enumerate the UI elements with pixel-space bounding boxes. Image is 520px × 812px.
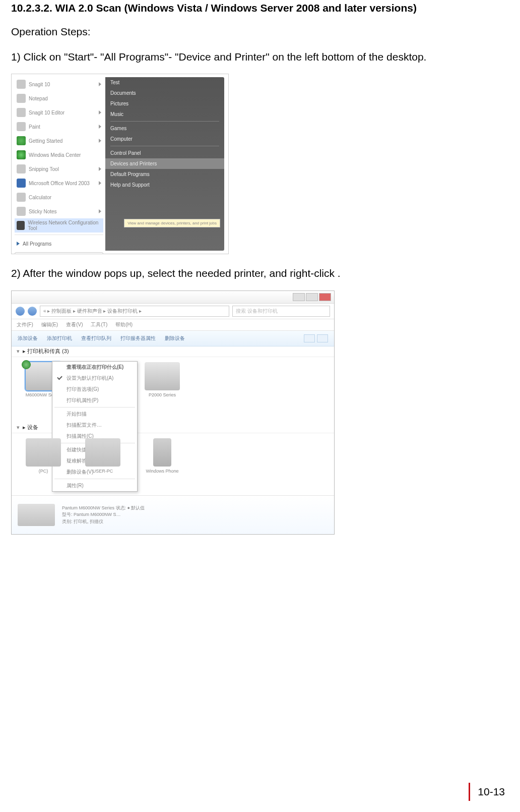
pinned-item[interactable]: Windows Media Center: [15, 148, 103, 162]
device-item[interactable]: Windows Phone: [143, 438, 182, 474]
context-menu-item[interactable]: 扫描配置文件…: [52, 420, 137, 431]
window-titlebar: ​: [12, 291, 334, 304]
printers-row: M6000NW Series Pantum P2000 Series 查看现在正…: [12, 357, 334, 423]
forward-button[interactable]: [28, 307, 37, 316]
screenshot-devices-and-printers: ​ « ▸ 控制面板 ▸ 硬件和声音 ▸ 设备和打印机 ▸ 搜索 设备和打印机 …: [11, 291, 335, 535]
printer-device[interactable]: P2000 Series: [143, 362, 182, 418]
toolbar-add-printer[interactable]: 添加打印机: [47, 335, 72, 342]
pinned-item[interactable]: Getting Started: [15, 134, 103, 148]
help-button[interactable]: [317, 334, 328, 342]
start-right-item[interactable]: Music: [105, 109, 224, 120]
pinned-item-selected[interactable]: Wireless Network Configuration Tool: [15, 218, 103, 233]
intro-label: Operation Steps:: [11, 24, 509, 40]
start-search-input[interactable]: [15, 252, 103, 254]
pc-icon: [85, 438, 120, 467]
maximize-button[interactable]: [306, 293, 318, 301]
toolbar-view-queue[interactable]: 查看打印队列: [81, 335, 111, 342]
step-1: 1) Click on "Start"- "All Programs"- "De…: [11, 49, 509, 65]
start-right-item-highlight[interactable]: Devices and Printers: [105, 158, 224, 169]
context-menu-item[interactable]: 设置为默认打印机(A): [52, 373, 137, 384]
pinned-item[interactable]: Snagit 10: [15, 77, 103, 91]
device-item[interactable]: USER-PC: [83, 438, 122, 474]
device-item[interactable]: (PC): [24, 438, 63, 474]
back-button[interactable]: [16, 307, 25, 316]
devices-row: (PC) USER-PC Windows Phone: [12, 433, 334, 479]
tooltip: View and manage devices, printers, and p…: [124, 219, 220, 227]
view-mode-button[interactable]: [304, 334, 315, 342]
context-menu-item[interactable]: 查看现在正在打印什么(E): [52, 362, 137, 373]
pinned-item[interactable]: Snagit 10 Editor: [15, 105, 103, 120]
explorer-address-bar: « ▸ 控制面板 ▸ 硬件和声音 ▸ 设备和打印机 ▸ 搜索 设备和打印机: [12, 304, 334, 319]
start-right-item[interactable]: Pictures: [105, 98, 224, 109]
step-2: 2) After the window pops up, select the …: [11, 265, 509, 281]
start-right-item[interactable]: Games: [105, 123, 224, 134]
start-right-item[interactable]: Help and Support: [105, 180, 224, 190]
start-menu-right-column: Test Documents Pictures Music Games Comp…: [105, 77, 224, 251]
group-header-printers[interactable]: ▾▸ 打印机和传真 (3): [12, 346, 334, 357]
menu-bar: 文件(F) 编辑(E) 查看(V) 工具(T) 帮助(H): [12, 319, 334, 331]
breadcrumb[interactable]: « ▸ 控制面板 ▸ 硬件和声音 ▸ 设备和打印机 ▸: [40, 306, 229, 317]
toolbar-server-props[interactable]: 打印服务器属性: [120, 335, 156, 342]
pinned-item[interactable]: Calculator: [15, 190, 103, 204]
menu-file[interactable]: 文件(F): [17, 321, 33, 328]
start-right-item[interactable]: Test: [105, 77, 224, 88]
details-title: Pantum M6000NW Series 状态: ● 默认值: [62, 505, 145, 512]
pc-icon: [26, 438, 61, 467]
arrow-right-icon: [17, 242, 20, 246]
phone-icon: [153, 438, 171, 467]
context-menu-item[interactable]: 打印首选项(G): [52, 384, 137, 395]
menu-view[interactable]: 查看(V): [66, 321, 83, 328]
page-number: 10-13: [478, 786, 505, 798]
toolbar-add-device[interactable]: 添加设备: [18, 335, 38, 342]
explorer-search-input[interactable]: 搜索 设备和打印机: [232, 306, 330, 317]
context-menu-item[interactable]: 开始扫描: [52, 409, 137, 420]
screenshot-start-menu: Snagit 10 Notepad Snagit 10 Editor Paint…: [11, 74, 229, 254]
start-right-item[interactable]: Control Panel: [105, 148, 224, 158]
start-right-item[interactable]: Default Programs: [105, 169, 224, 180]
context-menu-item[interactable]: 打印机属性(P): [52, 395, 137, 406]
pinned-item[interactable]: Paint: [15, 120, 103, 134]
menu-edit[interactable]: 编辑(E): [41, 321, 58, 328]
pinned-item[interactable]: Notepad: [15, 91, 103, 105]
printer-icon: [145, 362, 180, 390]
all-programs[interactable]: All Programs: [15, 237, 103, 250]
close-button[interactable]: [319, 293, 331, 301]
pinned-item[interactable]: Snipping Tool: [15, 162, 103, 176]
menu-help[interactable]: 帮助(H): [115, 321, 133, 328]
pinned-item[interactable]: Microsoft Office Word 2003: [15, 176, 103, 190]
details-pane: Pantum M6000NW Series 状态: ● 默认值 型号: Pant…: [12, 495, 334, 534]
toolbar: 添加设备 添加打印机 查看打印队列 打印服务器属性 删除设备: [12, 331, 334, 346]
details-model: 型号: Pantum M6000NW S…: [62, 511, 145, 518]
start-right-item[interactable]: Documents: [105, 88, 224, 98]
pinned-item[interactable]: Sticky Notes: [15, 204, 103, 218]
menu-tools[interactable]: 工具(T): [91, 321, 107, 328]
details-category: 类别: 打印机, 扫描仪: [62, 518, 145, 526]
start-menu-left-column: Snagit 10 Notepad Snagit 10 Editor Paint…: [15, 77, 103, 254]
details-thumbnail-icon: [18, 504, 55, 526]
section-heading: 10.2.3.2. WIA 2.0 Scan (Windows Vista / …: [11, 1, 509, 15]
start-right-item[interactable]: Computer: [105, 134, 224, 144]
toolbar-remove-device[interactable]: 删除设备: [165, 335, 185, 342]
context-menu-item[interactable]: 属性(R): [52, 480, 137, 491]
default-check-icon: [22, 360, 31, 369]
minimize-button[interactable]: [293, 293, 305, 301]
